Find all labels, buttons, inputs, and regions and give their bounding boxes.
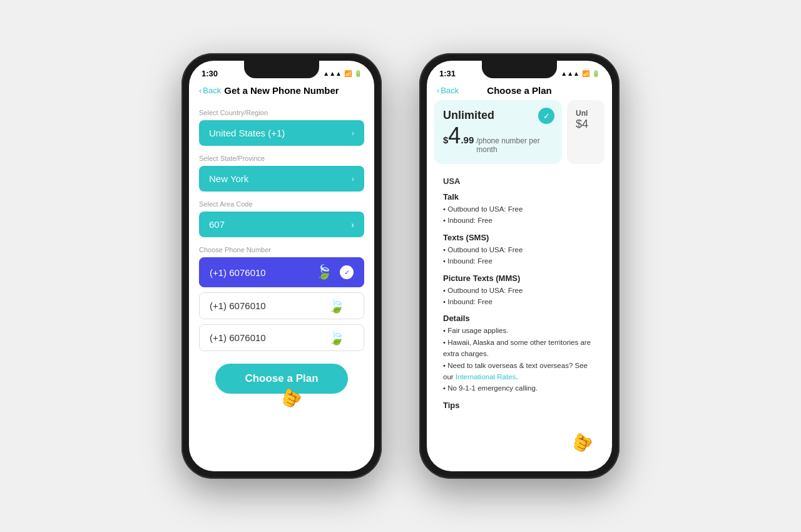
talk-title: Talk — [443, 192, 596, 202]
international-rates-link[interactable]: International Rates — [456, 373, 516, 381]
plan-selected-check: ✓ — [538, 108, 554, 124]
area-code-dropdown[interactable]: 607 › — [199, 212, 364, 237]
phone-number-1: (+1) 6076010 — [210, 267, 266, 278]
area-label: Select Area Code — [199, 200, 364, 208]
phone-label: Choose Phone Number — [199, 246, 364, 253]
mms-bullet-2: • Inbound: Free — [443, 296, 596, 307]
area-code-chevron: › — [351, 219, 354, 230]
page-title-1: Get a New Phone Number — [224, 85, 339, 96]
phone-item-1[interactable]: (+1) 6076010 🍃 ✓ — [199, 257, 364, 287]
dollar-sign: $ — [443, 135, 448, 145]
plan-name: Unlimited — [443, 109, 553, 122]
country-chevron: › — [352, 129, 354, 138]
notch — [244, 61, 319, 78]
price-big: 4 — [448, 125, 461, 147]
state-dropdown[interactable]: New York › — [199, 166, 364, 192]
battery-icon-2: 🔋 — [592, 70, 599, 77]
details-bullet-1: • Fair usage applies. — [443, 325, 596, 336]
price-cents: .99 — [461, 135, 474, 145]
leaf-2: 🍃 — [328, 298, 345, 314]
status-icons-2: ▲▲▲ 📶 🔋 — [561, 70, 599, 77]
peek-plan-name: Unl — [576, 109, 596, 118]
talk-bullet-2: • Inbound: Free — [443, 215, 596, 226]
details-bullet-3: • Need to talk overseas & text overseas?… — [443, 360, 596, 383]
country-label: Select Country/Region — [199, 109, 364, 116]
signal-icon-2: ▲▲▲ — [561, 70, 579, 77]
back-chevron-2: ‹ — [437, 86, 439, 95]
details-title: Details — [443, 314, 596, 323]
country-dropdown[interactable]: United States (+1) › — [199, 120, 364, 146]
state-value: New York — [209, 173, 248, 184]
phone-item-3[interactable]: (+1) 6076010 🍃 — [199, 324, 364, 351]
back-button-1[interactable]: ‹ Back — [199, 86, 221, 95]
plan-price-row: $ 4 .99 /phone number per month — [443, 125, 553, 154]
mms-bullet-1: • Outbound to USA: Free — [443, 285, 596, 296]
area-code-value: 607 — [209, 219, 225, 230]
mms-title: Picture Texts (MMS) — [443, 274, 596, 283]
wifi-icon: 📶 — [344, 70, 352, 77]
sms-title: Texts (SMS) — [443, 233, 596, 242]
plan-card-peek[interactable]: Unl $4 — [567, 100, 605, 164]
phone-number-2: (+1) 6076010 — [210, 300, 266, 311]
state-label: Select State/Province — [199, 155, 364, 162]
talk-bullet-1: • Outbound to USA: Free — [443, 203, 596, 215]
wifi-icon-2: 📶 — [582, 70, 589, 77]
back-label-2: Back — [441, 86, 459, 95]
signal-icon: ▲▲▲ — [323, 70, 342, 77]
check-icon-1: ✓ — [340, 265, 354, 279]
status-time-1: 1:30 — [202, 69, 218, 78]
back-button-2[interactable]: ‹ Back — [437, 86, 459, 95]
plan-card-unlimited[interactable]: Unlimited $ 4 .99 /phone number per mont… — [434, 100, 562, 164]
price-per: /phone number per month — [476, 136, 553, 154]
plan-details-scroll[interactable]: USA Talk • Outbound to USA: Free • Inbou… — [427, 164, 612, 471]
plan-cards-row: Unlimited $ 4 .99 /phone number per mont… — [427, 100, 612, 164]
sms-bullet-2: • Inbound: Free — [443, 255, 596, 267]
leaf-3: 🍃 — [328, 330, 345, 346]
phone-1: 1:30 ▲▲▲ 📶 🔋 ‹ Back Get a New Phone Numb… — [181, 53, 382, 479]
sms-bullet-1: • Outbound to USA: Free — [443, 244, 596, 255]
nav-bar-2: ‹ Back Choose a Plan — [427, 83, 612, 100]
plan-detail-box: USA Talk • Outbound to USA: Free • Inbou… — [436, 169, 603, 419]
tips-title: Tips — [443, 401, 596, 410]
back-label-1: Back — [203, 86, 221, 95]
notch-2 — [482, 61, 557, 78]
choose-plan-button[interactable]: Choose a Plan — [215, 364, 347, 394]
phone-2: 1:31 ▲▲▲ 📶 🔋 ‹ Back Choose a Plan Unlimi… — [419, 53, 620, 479]
phone-number-3: (+1) 6076010 — [210, 332, 266, 343]
peek-plan-price: $4 — [576, 118, 596, 131]
status-icons-1: ▲▲▲ 📶 🔋 — [323, 70, 362, 77]
state-chevron: › — [352, 175, 354, 183]
leaf-1: 🍃 — [315, 264, 332, 280]
screen-content-1: Select Country/Region United States (+1)… — [189, 100, 374, 461]
plan-region: USA — [443, 176, 596, 186]
status-time-2: 1:31 — [439, 69, 456, 78]
details-bullet-4: • No 9-1-1 emergency calling. — [443, 382, 596, 394]
page-title-2: Choose a Plan — [487, 85, 551, 96]
details-bullet-2: • Hawaii, Alaska and some other territor… — [443, 337, 596, 360]
battery-icon: 🔋 — [354, 70, 362, 77]
phone-item-2[interactable]: (+1) 6076010 🍃 — [199, 292, 364, 319]
nav-bar-1: ‹ Back Get a New Phone Number — [189, 83, 374, 100]
back-chevron-1: ‹ — [199, 86, 202, 95]
country-value: United States (+1) — [209, 128, 285, 138]
